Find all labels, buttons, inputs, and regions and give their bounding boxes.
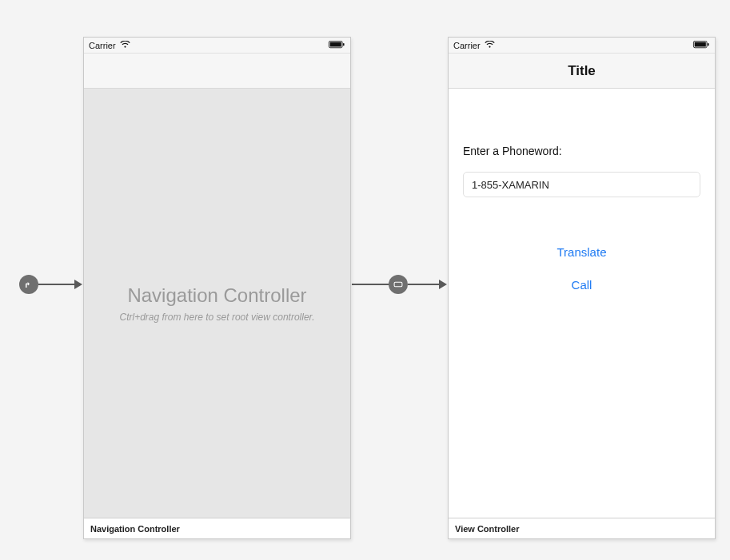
entry-arrow-line (38, 284, 74, 285)
navbar-title: Title (568, 63, 596, 79)
nav-controller-placeholder[interactable]: Navigation Controller Ctrl+drag from her… (84, 89, 350, 518)
battery-icon (692, 41, 710, 50)
wifi-icon (120, 41, 130, 50)
carrier-label: Carrier (89, 41, 116, 50)
status-bar: Carrier (449, 38, 715, 54)
scene-footer-label: View Controller (449, 518, 715, 538)
status-bar: Carrier (84, 38, 350, 54)
root-segue-node[interactable] (389, 275, 408, 294)
root-segue-icon (393, 280, 404, 288)
segue-arrow-line-right (408, 284, 440, 285)
navigation-bar (84, 54, 350, 89)
navigation-controller-scene[interactable]: Carrier Navigation Controller Ctrl+drag … (83, 37, 351, 539)
placeholder-subtitle: Ctrl+drag from here to set root view con… (120, 312, 315, 323)
view-content: Enter a Phoneword: Translate Call (449, 89, 715, 518)
entry-arrow-head (74, 280, 82, 289)
svg-rect-0 (394, 282, 402, 287)
svg-rect-3 (343, 42, 345, 45)
navigation-bar: Title (449, 54, 715, 89)
entry-point-icon (24, 280, 34, 289)
battery-icon (328, 41, 345, 50)
svg-rect-2 (330, 42, 341, 46)
view-controller-scene[interactable]: Carrier Title Enter a Phoneword: Transla… (448, 37, 716, 539)
svg-rect-5 (695, 42, 706, 46)
scene-footer-label: Navigation Controller (84, 518, 350, 538)
translate-button[interactable]: Translate (557, 245, 607, 259)
svg-rect-6 (708, 42, 709, 45)
wifi-icon (485, 41, 495, 50)
segue-arrow-head (439, 280, 447, 289)
call-button[interactable]: Call (572, 278, 592, 292)
segue-arrow-line-left (352, 284, 390, 285)
carrier-label: Carrier (453, 41, 481, 50)
placeholder-title: Navigation Controller (127, 284, 306, 307)
phoneword-input[interactable] (463, 172, 700, 197)
entry-point-node[interactable] (19, 275, 38, 294)
phoneword-prompt-label: Enter a Phoneword: (463, 145, 700, 157)
